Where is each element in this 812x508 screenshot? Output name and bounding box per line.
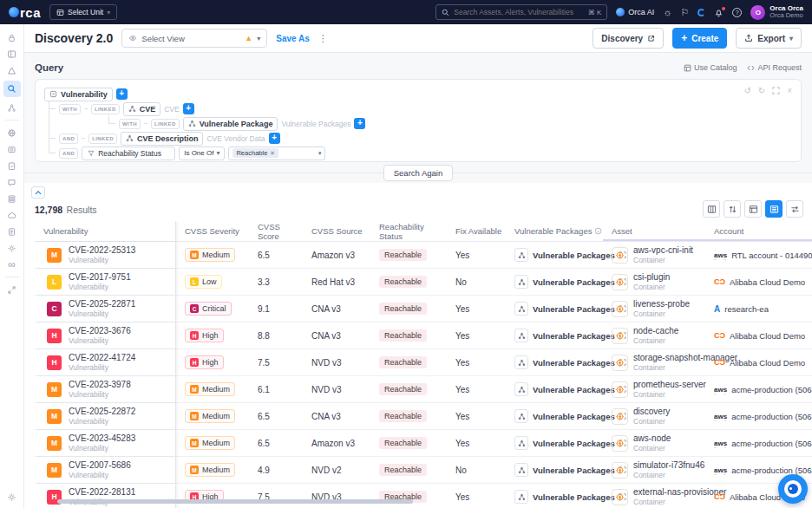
select-view-dropdown[interactable]: Select View ▲ ▾ bbox=[121, 29, 267, 48]
cve-id[interactable]: CVE-2023-3978 bbox=[69, 380, 131, 390]
cve-id[interactable]: CVE-2023-45283 bbox=[69, 433, 135, 444]
connector-chip[interactable]: AND bbox=[59, 148, 78, 159]
connector-chip[interactable]: AND bbox=[59, 134, 78, 144]
card-view-button[interactable] bbox=[744, 200, 762, 218]
export-button[interactable]: Export ▾ bbox=[736, 28, 802, 49]
asset-name[interactable]: csi-plugin bbox=[633, 272, 670, 283]
asset-name[interactable]: aws-vpc-cni-init bbox=[633, 245, 693, 256]
col-cvss-severity[interactable]: CVSS Severity bbox=[176, 221, 249, 241]
table-row[interactable]: M CVE-2007-5686 Vulnerability MMedium 4.… bbox=[35, 457, 812, 484]
columns-button[interactable] bbox=[703, 200, 720, 218]
help-icon[interactable]: ? bbox=[732, 8, 742, 17]
alerts-triangle-icon[interactable] bbox=[3, 64, 21, 76]
kebab-menu-icon[interactable]: ⋮ bbox=[318, 33, 328, 44]
global-search[interactable]: ⌘ K bbox=[435, 4, 607, 20]
asset-name[interactable]: liveness-probe bbox=[633, 299, 690, 309]
user-menu[interactable]: O Orca Orca Orca Demo bbox=[750, 4, 803, 20]
col-account[interactable]: Account bbox=[705, 221, 812, 241]
assistant-fab-icon[interactable] bbox=[778, 474, 808, 504]
use-catalog-link[interactable]: Use Catalog bbox=[684, 63, 737, 72]
list-view-button[interactable] bbox=[765, 200, 783, 218]
col-cvss-source[interactable]: CVSS Source bbox=[303, 221, 370, 241]
table-row[interactable]: M CVE-2025-22872 Vulnerability MMedium 6… bbox=[35, 403, 812, 430]
asset-name[interactable]: external-nas-provisioner bbox=[633, 487, 705, 498]
col-reachability-status[interactable]: Reachability Status bbox=[370, 221, 447, 241]
registry-box-icon[interactable] bbox=[3, 143, 21, 155]
table-row[interactable]: M CVE-2022-25313 Vulnerability MMedium 6… bbox=[35, 242, 812, 269]
table-row[interactable]: H CVE-2023-3676 Vulnerability HHigh 8.8 … bbox=[35, 322, 812, 349]
integrations-gear-icon[interactable] bbox=[3, 242, 21, 254]
add-condition-button[interactable]: + bbox=[183, 103, 194, 114]
save-as-link[interactable]: Save As bbox=[276, 34, 310, 43]
col-asset[interactable]: Asset bbox=[603, 221, 705, 241]
notifications-bell-icon[interactable] bbox=[714, 8, 724, 17]
add-condition-button[interactable]: + bbox=[269, 133, 280, 144]
automation-infinity-icon[interactable]: ∞ bbox=[3, 258, 21, 270]
compare-view-button[interactable] bbox=[786, 200, 803, 218]
docs-icon[interactable] bbox=[3, 225, 21, 238]
cve-id[interactable]: CVE-2025-22871 bbox=[69, 299, 135, 309]
link-chip[interactable]: LINKED bbox=[151, 119, 180, 129]
cve-id[interactable]: CVE-2025-22872 bbox=[69, 407, 135, 417]
sort-button[interactable] bbox=[724, 200, 741, 218]
table-row[interactable]: L CVE-2017-9751 Vulnerability LLow 3.3 R… bbox=[35, 269, 812, 296]
discovery-button[interactable]: Discovery bbox=[593, 28, 664, 49]
cve-id[interactable]: CVE-2022-25313 bbox=[69, 245, 135, 256]
api-request-link[interactable]: API Request bbox=[747, 63, 802, 72]
cve-id[interactable]: CVE-2017-9751 bbox=[69, 272, 131, 283]
discovery-search-icon[interactable] bbox=[3, 81, 21, 97]
compliance-clipboard-icon[interactable] bbox=[3, 160, 21, 172]
table-row[interactable]: H CVE-2022-41724 Vulnerability HHigh 7.5… bbox=[35, 349, 812, 376]
connector-chip[interactable]: WITH bbox=[119, 119, 141, 129]
remove-value-icon[interactable]: ✕ bbox=[270, 150, 275, 157]
asset-name[interactable]: simulator-i73fnu46 bbox=[633, 460, 704, 471]
orca-ai-button[interactable]: Orca AI bbox=[616, 8, 654, 16]
link-chip[interactable]: LINKED bbox=[88, 134, 117, 144]
cve-id[interactable]: CVE-2022-28131 bbox=[69, 487, 135, 498]
attack-path-icon[interactable] bbox=[3, 101, 21, 114]
value-select[interactable]: Reachable ✕ ▾ bbox=[228, 147, 325, 160]
link-chip[interactable]: LINKED bbox=[91, 104, 120, 114]
entity-chip-cve[interactable]: CVE bbox=[123, 102, 161, 116]
flag-icon[interactable]: ⚐ bbox=[680, 8, 689, 17]
asset-name[interactable]: storage-snapshot-manager bbox=[633, 353, 705, 363]
horizontal-scrollbar[interactable] bbox=[57, 499, 413, 504]
activity-ring-icon[interactable] bbox=[697, 9, 705, 16]
table-row[interactable]: H CVE-2022-28131 Vulnerability HHigh 7.5… bbox=[35, 484, 812, 508]
col-vulnerability[interactable]: Vulnerability bbox=[35, 221, 176, 241]
table-row[interactable]: C CVE-2025-22871 Vulnerability CCritical… bbox=[35, 296, 812, 322]
add-condition-button[interactable]: + bbox=[116, 88, 128, 100]
asset-name[interactable]: discovery bbox=[633, 407, 670, 417]
table-row[interactable]: M CVE-2023-45283 Vulnerability MMedium 6… bbox=[35, 430, 812, 457]
connector-chip[interactable]: WITH bbox=[59, 104, 81, 114]
cve-id[interactable]: CVE-2022-41724 bbox=[69, 353, 135, 363]
collapse-query-button[interactable] bbox=[31, 186, 45, 199]
global-search-input[interactable] bbox=[454, 8, 583, 16]
add-condition-button[interactable]: + bbox=[354, 118, 365, 129]
col-vulnerable-packages[interactable]: Vulnerable Packages bbox=[506, 221, 603, 241]
entity-chip-vulnerability[interactable]: Vulnerability bbox=[44, 88, 113, 101]
col-fix-available[interactable]: Fix Available bbox=[447, 221, 506, 241]
search-again-button[interactable]: Search Again bbox=[383, 165, 454, 181]
col-cvss-score[interactable]: CVSS Score bbox=[249, 221, 303, 241]
lock-icon[interactable] bbox=[3, 31, 21, 43]
filter-field[interactable]: Reachability Status bbox=[82, 147, 175, 160]
dashboard-icon[interactable] bbox=[3, 48, 21, 60]
asset-name[interactable]: aws-node bbox=[633, 433, 671, 444]
table-row[interactable]: M CVE-2023-3978 Vulnerability MMedium 6.… bbox=[35, 376, 812, 403]
cve-id[interactable]: CVE-2023-3676 bbox=[69, 326, 131, 336]
theme-sun-icon[interactable]: ☼ bbox=[663, 8, 671, 17]
asset-name[interactable]: prometheus-server bbox=[633, 380, 705, 390]
entity-chip-cve-description[interactable]: CVE Description bbox=[121, 132, 204, 146]
entity-chip-vulnerable-package[interactable]: Vulnerable Package bbox=[183, 117, 278, 131]
orca-logo[interactable]: rca bbox=[9, 5, 41, 20]
create-button[interactable]: + Create bbox=[672, 28, 727, 49]
expand-arrows-icon[interactable] bbox=[3, 283, 21, 296]
asset-name[interactable]: node-cache bbox=[633, 326, 678, 336]
feedback-chat-icon[interactable] bbox=[3, 176, 21, 188]
select-unit-dropdown[interactable]: Select Unit ▾ bbox=[49, 4, 117, 20]
inventory-globe-icon[interactable] bbox=[3, 127, 21, 139]
operator-select[interactable]: Is One Of ▾ bbox=[179, 147, 225, 160]
data-server-icon[interactable] bbox=[3, 192, 21, 205]
cloud-icon[interactable] bbox=[3, 209, 21, 221]
